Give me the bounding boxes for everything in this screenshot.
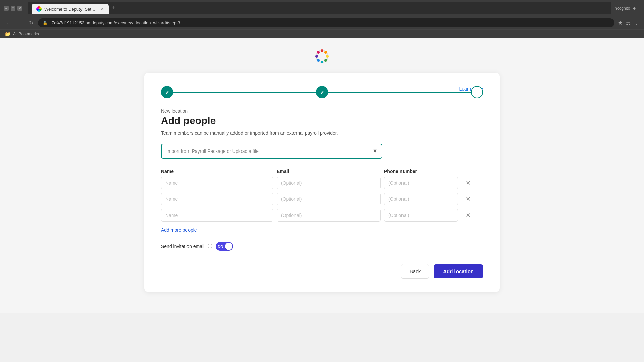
new-tab-button[interactable]: +: [109, 2, 119, 14]
remove-row-2-button[interactable]: ✕: [461, 194, 475, 204]
step-2-check: ✓: [320, 89, 324, 96]
tab-close-button[interactable]: ✕: [101, 7, 104, 11]
table-row: ✕: [161, 209, 483, 222]
name-input-1[interactable]: [161, 177, 273, 189]
section-label: New location: [161, 108, 483, 114]
fields-header: Name Email Phone number: [161, 169, 483, 174]
incognito-area: Incognito ●: [614, 5, 636, 11]
people-rows: ✕ ✕ ✕: [161, 177, 483, 222]
name-input-2[interactable]: [161, 193, 273, 205]
add-more-people-button[interactable]: Add more people: [161, 227, 197, 233]
reload-button[interactable]: ↻: [28, 18, 35, 27]
tab-favicon: [36, 6, 42, 12]
incognito-label: Incognito: [614, 6, 630, 11]
step-line-1: [173, 92, 316, 93]
svg-point-8: [317, 51, 320, 54]
bookmarks-bar: 📁 All Bookmarks: [0, 29, 644, 38]
import-dropdown-wrapper: Import from Payroll Package or Upload a …: [161, 144, 382, 159]
step-1-circle: ✓: [161, 86, 173, 98]
all-bookmarks-button[interactable]: All Bookmarks: [13, 32, 39, 36]
invitation-toggle[interactable]: ON: [216, 242, 233, 251]
bookmarks-label: All Bookmarks: [13, 32, 39, 36]
active-tab[interactable]: Welcome to Deputy! Set up yo ✕: [32, 4, 109, 14]
url-bar[interactable]: 🔒 7cf47d19112152.na.deputy.com/exec/new_…: [38, 18, 614, 27]
phone-input-3[interactable]: [384, 209, 458, 222]
url-text: 7cf47d19112152.na.deputy.com/exec/new_lo…: [52, 20, 180, 25]
page-background: Learn more ✓ ✓ New location Add people T…: [0, 38, 644, 313]
titlebar: – □ ✕ Welcome to Deputy! Set up yo ✕ + I…: [0, 0, 644, 16]
svg-point-4: [324, 59, 327, 62]
bookmarks-folder-icon: 📁: [5, 31, 10, 37]
step-line-2: [328, 92, 471, 93]
svg-point-3: [326, 55, 329, 58]
email-input-3[interactable]: [277, 209, 381, 222]
toggle-thumb: [225, 243, 232, 250]
phone-input-1[interactable]: [384, 177, 458, 189]
invitation-row: Send invitation email ⓘ ON: [161, 242, 483, 251]
remove-row-1-button[interactable]: ✕: [461, 178, 475, 188]
tab-bar: Welcome to Deputy! Set up yo ✕ +: [28, 2, 611, 14]
tab-title: Welcome to Deputy! Set up yo: [44, 7, 98, 12]
stepper: ✓ ✓: [161, 86, 483, 98]
remove-row-3-button[interactable]: ✕: [461, 210, 475, 220]
invitation-label: Send invitation email: [161, 244, 204, 249]
browser-chrome: – □ ✕ Welcome to Deputy! Set up yo ✕ + I…: [0, 0, 644, 38]
lock-icon: 🔒: [43, 21, 48, 25]
email-input-2[interactable]: [277, 193, 381, 205]
table-row: ✕: [161, 193, 483, 205]
address-bar: ← → ↻ 🔒 7cf47d19112152.na.deputy.com/exe…: [0, 16, 644, 29]
deputy-logo: [314, 48, 330, 65]
wizard-footer: Back Add location: [161, 264, 483, 279]
email-column-header: Email: [277, 169, 384, 174]
back-button[interactable]: Back: [401, 264, 429, 279]
import-dropdown[interactable]: Import from Payroll Package or Upload a …: [161, 144, 382, 159]
forward-button[interactable]: →: [16, 19, 24, 27]
profile-button[interactable]: ●: [633, 5, 636, 11]
svg-point-6: [317, 59, 320, 62]
logo-area: [314, 48, 330, 66]
minimize-button[interactable]: –: [4, 6, 9, 11]
name-column-header: Name: [161, 169, 277, 174]
phone-column-header: Phone number: [384, 169, 461, 174]
sidebar-button[interactable]: ☵: [626, 20, 631, 26]
svg-point-5: [321, 61, 323, 63]
email-input-1[interactable]: [277, 177, 381, 189]
name-input-3[interactable]: [161, 209, 273, 222]
step-3-circle: [471, 86, 483, 98]
table-row: ✕: [161, 177, 483, 189]
page-title: Add people: [161, 115, 483, 126]
maximize-button[interactable]: □: [11, 6, 15, 11]
svg-point-2: [324, 51, 327, 54]
info-icon[interactable]: ⓘ: [208, 243, 212, 249]
svg-point-7: [315, 55, 318, 58]
wizard-card: Learn more ✓ ✓ New location Add people T…: [144, 73, 500, 292]
add-location-button[interactable]: Add location: [434, 264, 483, 278]
step-1-check: ✓: [165, 89, 169, 96]
toggle-label: ON: [218, 244, 223, 248]
back-button[interactable]: ←: [5, 19, 13, 27]
close-button[interactable]: ✕: [17, 6, 22, 11]
description-text: Team members can be manually added or im…: [161, 130, 483, 136]
svg-point-1: [321, 49, 323, 52]
bookmark-star-button[interactable]: ★: [618, 20, 623, 26]
menu-button[interactable]: ⋮: [634, 20, 639, 26]
window-controls: – □ ✕: [4, 6, 22, 11]
phone-input-2[interactable]: [384, 193, 458, 205]
step-2-circle: ✓: [316, 86, 328, 98]
